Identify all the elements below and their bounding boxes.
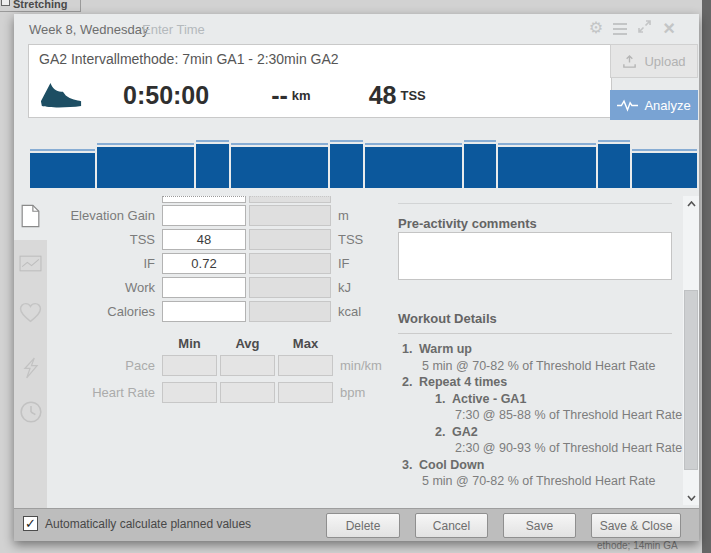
stat-column-header: Min — [162, 336, 217, 351]
workout-segment-bar[interactable] — [231, 143, 328, 188]
workout-segment-bar[interactable] — [498, 143, 595, 188]
heart-rate-max-box — [278, 382, 333, 403]
scroll-up-button[interactable] — [683, 196, 699, 211]
detail-title: Repeat 4 times — [419, 375, 507, 389]
workout-details-title: Workout Details — [398, 311, 497, 326]
menu-icon[interactable] — [613, 21, 627, 35]
detail-text: 7:30 @ 85-88 % of Threshold Heart Rate — [435, 407, 684, 424]
clipped-input-row — [249, 196, 331, 203]
completed-value-box — [249, 253, 331, 274]
calendar-grid-line — [0, 11, 80, 12]
work-input[interactable] — [162, 277, 246, 298]
workout-detail-item: 2.GA22:30 @ 90-93 % of Threshold Heart R… — [398, 424, 684, 457]
waveform-icon — [617, 99, 638, 112]
stat-unit-label: min/km — [340, 358, 382, 373]
workout-details-divider — [398, 333, 672, 334]
stat-column-header: Avg — [220, 336, 275, 351]
field-label: IF — [25, 256, 155, 271]
field-label: TSS — [25, 232, 155, 247]
upload-icon — [622, 54, 637, 69]
expand-icon[interactable] — [636, 19, 652, 37]
segment-intensity-cap — [598, 140, 630, 144]
workout-segment-bar[interactable] — [97, 143, 194, 188]
if-input[interactable] — [162, 253, 246, 274]
distance-unit: km — [292, 88, 311, 103]
elevation-gain-input[interactable] — [162, 205, 246, 226]
segment-intensity-cap — [464, 140, 496, 144]
clipped-input-row — [162, 196, 246, 203]
workout-detail-item: 3.Cool Down5 min @ 70-82 % of Threshold … — [398, 457, 684, 490]
workout-segment-bar[interactable] — [30, 149, 95, 188]
pace-avg-box — [220, 355, 275, 376]
stat-row-label: Pace — [25, 358, 155, 373]
unit-label: kcal — [338, 304, 361, 319]
save-button[interactable]: Save — [503, 513, 576, 538]
workout-detail-item: 1.Warm up5 min @ 70-82 % of Threshold He… — [398, 341, 684, 374]
unit-label: IF — [338, 256, 350, 271]
upload-button: Upload — [610, 44, 698, 78]
auto-calculate-label: Automatically calculate planned values — [45, 517, 251, 531]
workout-segment-bar[interactable] — [464, 140, 496, 188]
auto-calculate-checkbox[interactable]: ✓ — [23, 516, 38, 531]
cancel-button[interactable]: Cancel — [415, 513, 488, 538]
completed-value-box — [249, 229, 331, 250]
workout-title: GA2 Intervallmethode: 7min GA1 - 2:30min… — [39, 51, 339, 67]
unit-label: kJ — [338, 280, 351, 295]
clock-icon[interactable] — [14, 400, 47, 428]
workout-structure-graph — [30, 138, 697, 188]
completed-value-box — [249, 205, 331, 226]
field-label: Elevation Gain — [25, 208, 155, 223]
segment-intensity-cap — [97, 143, 194, 147]
segment-intensity-cap — [632, 149, 697, 153]
background-checkbox — [1, 0, 10, 6]
background-calendar-fragment: Stretching — [0, 0, 90, 14]
scrollbar-thumb[interactable] — [684, 290, 698, 470]
segment-intensity-cap — [231, 143, 328, 147]
completed-value-box — [249, 301, 331, 322]
running-shoe-icon — [39, 81, 83, 110]
background-workout-label-bottom: ethode; 14min GA — [597, 540, 678, 551]
workout-segment-bar[interactable] — [330, 140, 362, 188]
workout-segment-bar[interactable] — [598, 140, 630, 188]
planned-tss: 48 — [369, 81, 397, 110]
close-icon[interactable]: × — [661, 19, 677, 37]
detail-title: Cool Down — [419, 458, 484, 472]
segment-intensity-cap — [196, 140, 228, 144]
pre-activity-comments-input[interactable] — [398, 232, 672, 280]
pace-max-box — [278, 355, 333, 376]
pre-activity-comments-title: Pre-activity comments — [398, 216, 537, 231]
workout-detail-item: 1.Active - GA17:30 @ 85-88 % of Threshol… — [398, 391, 684, 424]
screen: Stretching ethode; 14min GA Week 8, Wedn… — [0, 0, 711, 553]
heart-rate-min-box — [162, 382, 217, 403]
completed-value-box — [249, 277, 331, 298]
field-label: Work — [25, 280, 155, 295]
stat-row-label: Heart Rate — [25, 385, 155, 400]
segment-intensity-cap — [498, 143, 595, 147]
detail-title: GA2 — [452, 425, 478, 439]
analyze-button[interactable]: Analyze — [610, 90, 698, 120]
save-close-button[interactable]: Save & Close — [591, 513, 681, 538]
modal-header: Week 8, Wednesday Enter Time ⚙ × — [14, 14, 699, 44]
workout-segment-bar[interactable] — [365, 143, 462, 188]
scroll-down-button[interactable] — [683, 490, 699, 505]
planned-duration: 0:50:00 — [123, 81, 209, 110]
unit-label: m — [338, 208, 349, 223]
workout-segment-bar[interactable] — [632, 149, 697, 188]
unit-label: TSS — [338, 232, 363, 247]
delete-button[interactable]: Delete — [326, 513, 400, 538]
gear-icon[interactable]: ⚙ — [588, 19, 604, 37]
detail-text: 5 min @ 70-82 % of Threshold Heart Rate — [402, 358, 684, 375]
scrollbar[interactable] — [683, 196, 699, 505]
detail-title: Warm up — [419, 342, 472, 356]
tss-input[interactable] — [162, 229, 246, 250]
heart-rate-avg-box — [220, 382, 275, 403]
planned-distance: -- — [271, 81, 288, 110]
detail-title: Active - GA1 — [452, 392, 526, 406]
workout-segment-bar[interactable] — [196, 140, 228, 188]
stat-unit-label: bpm — [340, 385, 365, 400]
content-divider — [398, 203, 672, 204]
calories-input[interactable] — [162, 301, 246, 322]
enter-time-link[interactable]: Enter Time — [142, 22, 205, 37]
tss-unit: TSS — [400, 88, 425, 103]
detail-text: 5 min @ 70-82 % of Threshold Heart Rate — [402, 473, 684, 490]
